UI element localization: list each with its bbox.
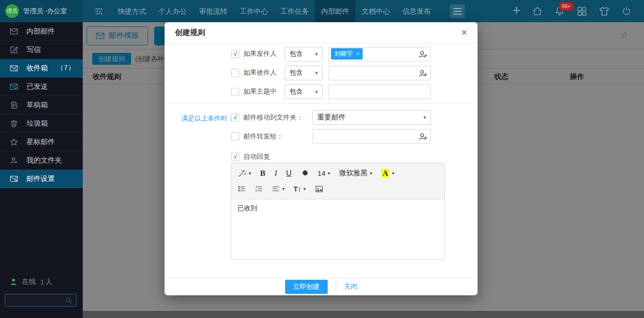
search-input[interactable] <box>5 297 65 304</box>
hamburger-icon[interactable] <box>450 4 465 18</box>
search-icon[interactable] <box>65 297 72 304</box>
check-icon: √ <box>234 114 237 121</box>
sidebar-item-internal-mail[interactable]: 内部邮件 <box>0 22 83 41</box>
autoreply-checkbox[interactable]: √ <box>231 153 239 161</box>
subject-operator-select[interactable]: 包含 ▾ <box>285 85 322 99</box>
sender-checkbox[interactable]: √ <box>231 50 239 58</box>
tag-remove-icon[interactable]: × <box>356 51 359 57</box>
tab-work-tasks[interactable]: 工作任务 <box>274 0 315 22</box>
line-height-glyph: T↕ <box>294 185 301 193</box>
action-row-forward: 邮件转发给： <box>231 129 431 144</box>
action-label: 自动回复 <box>244 153 313 161</box>
recipient-input[interactable] <box>329 66 431 80</box>
recipient-operator-select[interactable]: 包含 ▾ <box>285 66 322 80</box>
font-color-glyph: A <box>381 169 390 178</box>
home-icon[interactable] <box>532 6 543 17</box>
chevron-down-icon: ▾ <box>304 186 306 191</box>
sidebar-item-label: 已发送 <box>26 82 48 91</box>
condition-row-recipient: 如果收件人 包含 ▾ <box>231 65 431 80</box>
sidebar-item-my-folders[interactable]: 我的文件夹 <box>0 151 83 170</box>
star-icon <box>9 138 18 146</box>
theme-tshirt-icon[interactable] <box>599 6 610 17</box>
sender-input[interactable]: 刘晓宇 × <box>329 47 431 61</box>
close-icon[interactable]: × <box>461 27 467 38</box>
move-checkbox[interactable]: √ <box>231 113 239 121</box>
sidebar-item-inbox[interactable]: 收件箱 （7） <box>0 59 83 77</box>
condition-label: 如果发件人 <box>244 50 279 58</box>
person-add-icon[interactable] <box>418 69 427 77</box>
inbox-unread-count: （7） <box>57 64 75 72</box>
align-icon[interactable]: ▾ <box>272 185 285 193</box>
online-unit: 人 <box>45 277 52 286</box>
person-add-icon[interactable] <box>418 51 427 58</box>
font-size-select[interactable]: 14 ▾ <box>318 169 331 177</box>
modal-body: √ 如果发件人 包含 ▾ 刘晓宇 × 如果收件人 包含 <box>165 43 478 278</box>
subject-input[interactable] <box>329 85 431 99</box>
tab-info-publish[interactable]: 信息发布 <box>396 0 437 22</box>
autoreply-editor: ▾ B I U 14 ▾ 微软雅黑 ▾ <box>231 163 445 260</box>
modal-title: 创建规则 <box>175 28 205 38</box>
tab-shortcuts[interactable]: 快捷方式 <box>112 0 152 22</box>
notifications-bell-icon[interactable]: 99+ <box>554 6 565 17</box>
avatar: 理员 <box>5 4 19 18</box>
modal-footer: 立即创建 关闭 <box>165 278 478 295</box>
mail-icon <box>9 27 18 36</box>
underline-button[interactable]: U <box>286 169 292 178</box>
tab-internal-mail[interactable]: 内部邮件 <box>315 0 356 22</box>
font-color-button[interactable]: A ▾ <box>381 169 394 178</box>
sidebar-item-starred[interactable]: 星标邮件 <box>0 133 83 151</box>
forward-text-input[interactable] <box>313 133 430 140</box>
operator-value: 包含 <box>289 87 303 96</box>
bold-button[interactable]: B <box>260 169 265 178</box>
tab-personal-office[interactable]: 个人办公 <box>152 0 193 22</box>
tab-approval-flow[interactable]: 审批流转 <box>193 0 234 22</box>
create-now-button[interactable]: 立即创建 <box>285 280 328 294</box>
line-height-button[interactable]: T↕ ▾ <box>294 185 306 193</box>
eraser-icon[interactable] <box>301 169 309 177</box>
forward-checkbox[interactable] <box>231 132 239 140</box>
sidebar-item-compose[interactable]: 写信 <box>0 41 83 59</box>
subject-checkbox[interactable] <box>231 88 239 96</box>
folder-select[interactable]: 重要邮件 ▾ <box>313 110 431 125</box>
recipient-tag: 刘晓宇 × <box>331 48 363 60</box>
bullet-list-icon[interactable] <box>238 185 246 193</box>
action-label: 邮件转发给： <box>244 132 313 141</box>
recipient-checkbox[interactable] <box>231 69 239 77</box>
font-family-value: 微软雅黑 <box>339 169 367 178</box>
apps-grid-icon[interactable] <box>576 6 587 17</box>
plus-icon[interactable]: + <box>512 3 521 17</box>
forward-input[interactable] <box>313 129 431 144</box>
magic-wand-icon[interactable]: ▾ <box>238 169 251 178</box>
sidebar-item-mail-settings[interactable]: 邮件设置 <box>0 170 83 188</box>
condition-label: 如果收件人 <box>244 69 279 77</box>
subject-text-input[interactable] <box>329 88 430 95</box>
recipient-text-input[interactable] <box>329 69 430 77</box>
chevron-down-icon: ▾ <box>315 51 318 57</box>
sidebar-item-drafts[interactable]: 草稿箱 <box>0 96 83 114</box>
chevron-down-icon: ▾ <box>282 186 285 191</box>
notification-badge: 99+ <box>558 2 574 11</box>
condition-label: 如果主题中 <box>244 87 279 96</box>
online-count: 1 <box>40 278 44 286</box>
italic-button[interactable]: I <box>274 169 277 178</box>
editor-content[interactable]: 已收到 <box>231 199 444 259</box>
power-logout-icon[interactable] <box>621 6 632 17</box>
sidebar-item-label: 收件箱 <box>26 64 48 73</box>
sidebar-item-label: 内部邮件 <box>26 27 55 36</box>
person-add-icon[interactable] <box>418 133 427 140</box>
sidebar-item-trash[interactable]: 垃圾箱 <box>0 114 83 133</box>
tab-document-center[interactable]: 文档中心 <box>356 0 396 22</box>
modal-header: 创建规则 × <box>165 22 478 43</box>
close-link[interactable]: 关闭 <box>344 283 357 291</box>
check-icon: √ <box>234 51 237 58</box>
action-row-move: √ 邮件移动到文件夹： 重要邮件 ▾ <box>231 110 431 125</box>
font-family-select[interactable]: 微软雅黑 ▾ <box>339 169 372 178</box>
sidebar-item-label: 星标邮件 <box>26 138 55 146</box>
user-area[interactable]: 理员 管理员 -办公室 <box>0 0 83 22</box>
insert-image-icon[interactable] <box>315 185 323 193</box>
ordered-list-icon[interactable] <box>255 185 263 193</box>
tab-work-center[interactable]: 工作中心 <box>234 0 274 22</box>
menu-list-icon[interactable] <box>93 6 104 17</box>
sender-operator-select[interactable]: 包含 ▾ <box>285 47 322 61</box>
sidebar-item-sent[interactable]: 已发送 <box>0 77 83 96</box>
